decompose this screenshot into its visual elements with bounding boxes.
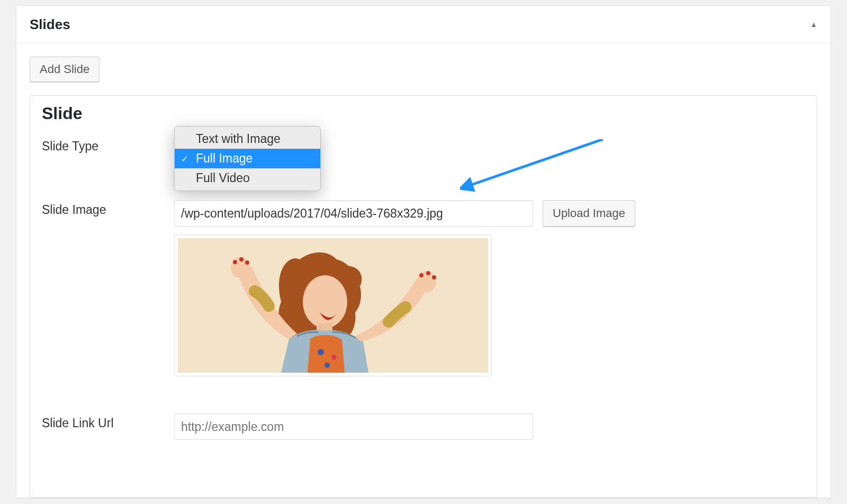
slides-panel: Slides ▲ Add Slide Slide Slide Type Text… bbox=[16, 5, 831, 498]
svg-point-12 bbox=[419, 273, 424, 277]
svg-point-6 bbox=[325, 363, 330, 368]
check-icon: ✓ bbox=[181, 153, 188, 164]
label-slide-type: Slide Type bbox=[42, 137, 174, 174]
slide-image-control: Upload Image bbox=[174, 200, 805, 376]
svg-point-9 bbox=[239, 257, 244, 262]
slide-container: Slide Slide Type Text with Image ✓ Full … bbox=[30, 95, 817, 498]
field-slide-link: Slide Link Url bbox=[42, 413, 805, 440]
svg-point-13 bbox=[426, 271, 430, 275]
svg-point-8 bbox=[233, 260, 237, 264]
slide-link-control bbox=[174, 413, 805, 440]
slide-image-path-input[interactable] bbox=[174, 200, 533, 227]
field-slide-type: Slide Type Text with Image ✓ Full Image … bbox=[42, 137, 805, 174]
dropdown-option-full-video[interactable]: Full Video bbox=[175, 168, 320, 188]
panel-header: Slides ▲ bbox=[16, 6, 831, 43]
panel-body: Add Slide Slide Slide Type Text with Ima… bbox=[16, 43, 831, 498]
svg-line-0 bbox=[465, 139, 603, 187]
upload-image-button[interactable]: Upload Image bbox=[543, 200, 635, 227]
svg-point-14 bbox=[432, 275, 436, 280]
slide-type-control: Text with Image ✓ Full Image Full Video bbox=[174, 137, 805, 174]
label-slide-link: Slide Link Url bbox=[42, 413, 174, 440]
slide-heading: Slide bbox=[42, 104, 805, 123]
field-slide-image: Slide Image Upload Image bbox=[42, 200, 805, 376]
svg-point-5 bbox=[331, 355, 337, 360]
svg-point-4 bbox=[318, 349, 324, 355]
dropdown-option-text-with-image[interactable]: Text with Image bbox=[175, 129, 320, 149]
panel-title: Slides bbox=[30, 16, 70, 33]
dropdown-option-full-image[interactable]: ✓ Full Image bbox=[175, 149, 320, 168]
svg-point-10 bbox=[245, 260, 249, 265]
slide-type-dropdown[interactable]: Text with Image ✓ Full Image Full Video bbox=[174, 126, 321, 191]
label-slide-image: Slide Image bbox=[42, 200, 174, 376]
slide-image-preview bbox=[174, 235, 492, 376]
dropdown-option-label: Full Image bbox=[196, 151, 253, 165]
add-slide-button[interactable]: Add Slide bbox=[30, 57, 100, 82]
svg-point-2 bbox=[303, 275, 347, 328]
slide-link-input[interactable] bbox=[174, 413, 533, 440]
annotation-arrow-icon bbox=[460, 139, 629, 203]
collapse-icon[interactable]: ▲ bbox=[810, 20, 817, 29]
